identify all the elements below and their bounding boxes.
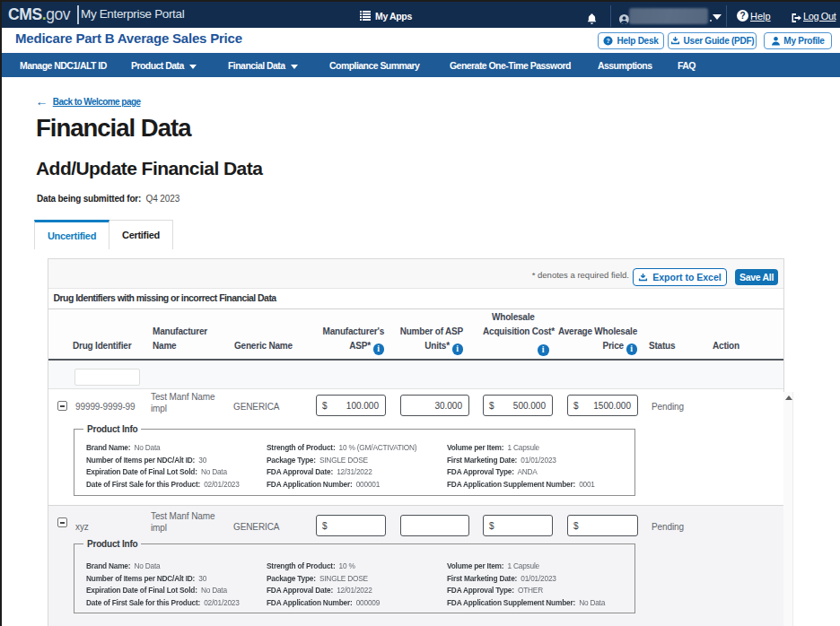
svg-text:?: ? xyxy=(607,38,610,44)
